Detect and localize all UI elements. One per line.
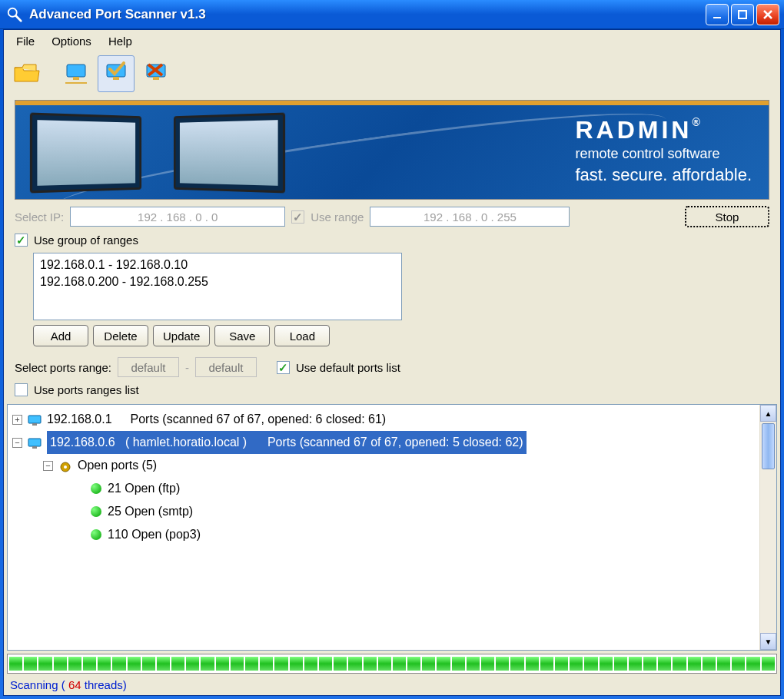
port-label: 21 Open (ftp) <box>108 477 180 500</box>
status-thread-count: 64 <box>68 678 81 691</box>
ip-row: Select IP: 192 . 168 . 0 . 0 Use range 1… <box>15 206 769 227</box>
svg-rect-2 <box>713 17 721 18</box>
use-group-label: Use group of ranges <box>34 234 138 247</box>
computer-icon <box>27 412 42 426</box>
ports-range-label: Select ports range: <box>15 361 111 374</box>
host-row[interactable]: 192.168.0.6 ( hamlet.horatio.local ) Por… <box>9 431 758 454</box>
menu-help[interactable]: Help <box>101 33 140 49</box>
svg-rect-18 <box>32 446 37 449</box>
monitor-icon <box>62 61 90 87</box>
ip-from-input[interactable]: 192 . 168 . 0 . 0 <box>70 207 285 227</box>
progress-bar <box>7 654 777 674</box>
minimize-button[interactable] <box>706 4 729 25</box>
menu-options[interactable]: Options <box>44 33 99 49</box>
status-open-icon <box>91 483 101 494</box>
results-tree: 192.168.0.1 Ports (scanned 67 of 67, ope… <box>7 404 777 651</box>
svg-point-20 <box>64 465 67 469</box>
svg-rect-3 <box>739 11 746 18</box>
delete-button[interactable]: Delete <box>93 325 148 346</box>
open-ports-label: Open ports (5) <box>78 454 157 477</box>
ranges-listbox[interactable]: 192.168.0.1 - 192.168.0.10 192.168.0.200… <box>33 253 402 320</box>
toolbar-network-button[interactable] <box>58 55 95 92</box>
port-label: 25 Open (smtp) <box>108 500 193 523</box>
maximize-button[interactable] <box>731 4 754 25</box>
banner-brand: RADMIN <box>575 116 692 144</box>
menu-file[interactable]: File <box>8 33 42 49</box>
folder-icon <box>13 61 41 87</box>
load-button[interactable]: Load <box>274 325 330 346</box>
stop-button[interactable]: Stop <box>685 206 769 227</box>
ip-to-input[interactable]: 192 . 168 . 0 . 255 <box>370 207 570 227</box>
client-area: File Options Help <box>3 29 781 696</box>
port-from-input[interactable] <box>118 357 179 377</box>
range-item[interactable]: 192.168.0.200 - 192.168.0.255 <box>40 273 395 290</box>
svg-rect-12 <box>153 77 159 80</box>
host-name: hamlet.horatio.local <box>133 436 240 449</box>
host-ip: 192.168.0.6 <box>50 436 115 449</box>
toolbar-scan-button[interactable] <box>98 55 135 92</box>
host-summary: Ports (scanned 67 of 67, opened: 6 close… <box>131 408 387 431</box>
host-summary: Ports (scanned 67 of 67, opened: 5 close… <box>267 436 523 449</box>
app-icon <box>6 6 23 23</box>
open-ports-row[interactable]: Open ports (5) <box>9 454 758 477</box>
toolbar <box>4 52 780 100</box>
range-item[interactable]: 192.168.0.1 - 192.168.0.10 <box>40 257 395 273</box>
port-row[interactable]: 110 Open (pop3) <box>9 523 758 546</box>
scroll-down-button[interactable]: ▼ <box>760 633 776 650</box>
svg-rect-16 <box>32 423 37 426</box>
use-range-checkbox[interactable] <box>291 210 304 224</box>
svg-rect-15 <box>28 416 41 423</box>
computer-icon <box>27 436 42 449</box>
use-range-label: Use range <box>311 210 364 224</box>
port-label: 110 Open (pop3) <box>108 523 201 546</box>
status-prefix: Scanning ( <box>10 678 68 691</box>
app-window: Advanced Port Scanner v1.3 File Options … <box>0 0 784 699</box>
banner-subtitle2: fast. secure. affordable. <box>575 165 752 185</box>
svg-rect-7 <box>73 77 79 80</box>
use-group-checkbox[interactable] <box>15 234 28 247</box>
expand-icon[interactable] <box>12 415 22 425</box>
use-default-ports-checkbox[interactable] <box>277 361 290 374</box>
title-bar[interactable]: Advanced Port Scanner v1.3 <box>0 0 784 29</box>
gear-icon <box>58 459 73 472</box>
status-open-icon <box>91 506 101 517</box>
status-suffix: threads) <box>81 678 127 691</box>
collapse-icon[interactable] <box>12 438 22 448</box>
use-default-ports-label: Use default ports list <box>296 361 400 374</box>
port-row[interactable]: 25 Open (smtp) <box>9 500 758 523</box>
add-button[interactable]: Add <box>33 325 88 346</box>
banner-subtitle1: remote control software <box>575 146 752 162</box>
svg-rect-10 <box>113 77 119 80</box>
scroll-up-button[interactable]: ▲ <box>760 405 776 422</box>
port-row[interactable]: 21 Open (ftp) <box>9 477 758 500</box>
use-ports-ranges-checkbox[interactable] <box>15 383 28 396</box>
use-ports-ranges-label: Use ports ranges list <box>34 383 139 396</box>
status-open-icon <box>91 529 101 540</box>
svg-line-1 <box>16 15 21 20</box>
toolbar-remove-button[interactable] <box>138 55 174 92</box>
host-ip: 192.168.0.1 <box>47 408 112 431</box>
port-to-input[interactable] <box>195 357 257 377</box>
monitor-delete-icon <box>142 61 170 87</box>
host-row[interactable]: 192.168.0.1 Ports (scanned 67 of 67, ope… <box>9 408 758 431</box>
collapse-icon[interactable] <box>43 461 53 471</box>
select-ip-label: Select IP: <box>15 210 64 224</box>
svg-rect-17 <box>28 439 41 446</box>
window-controls <box>706 4 779 25</box>
svg-rect-6 <box>67 65 85 77</box>
radmin-banner[interactable]: RADMIN® remote control software fast. se… <box>15 100 769 200</box>
scroll-thumb[interactable] <box>762 423 775 469</box>
save-button[interactable]: Save <box>214 325 270 346</box>
update-button[interactable]: Update <box>153 325 210 346</box>
toolbar-open-button[interactable] <box>8 55 45 92</box>
window-title: Advanced Port Scanner v1.3 <box>29 7 706 22</box>
vertical-scrollbar[interactable]: ▲ ▼ <box>759 405 776 650</box>
monitor-check-icon <box>102 61 130 87</box>
close-button[interactable] <box>756 4 779 25</box>
status-bar: Scanning ( 64 threads) <box>4 677 780 695</box>
menu-bar: File Options Help <box>4 30 780 52</box>
